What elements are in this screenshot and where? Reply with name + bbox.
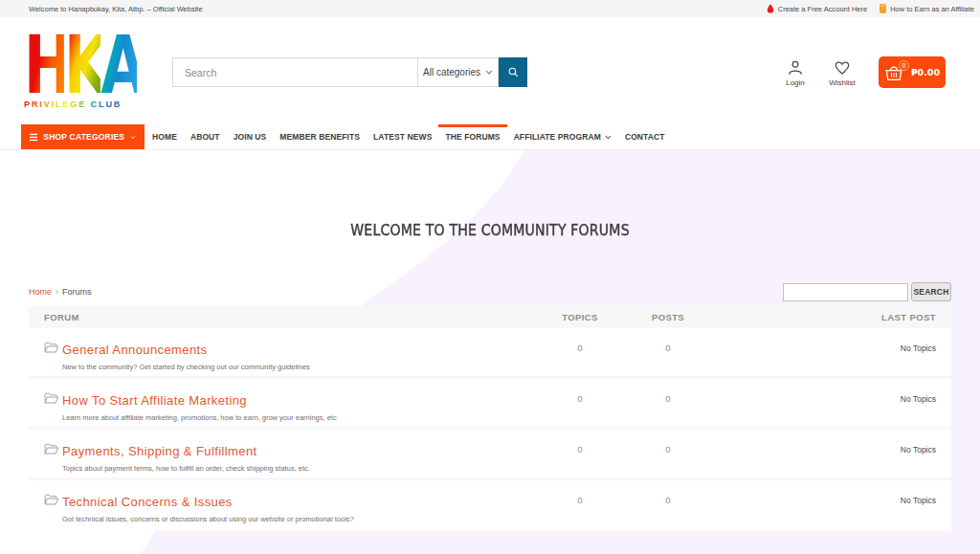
- forum-search: SEARCH: [783, 282, 951, 301]
- forum-title-link[interactable]: Payments, Shipping & Fulfillment: [62, 445, 257, 458]
- nav-item-member-benefits[interactable]: MEMBER BENEFITS: [273, 124, 367, 149]
- forum-search-button[interactable]: SEARCH: [911, 282, 951, 301]
- forum-row: Technical Concerns & Issues Got technica…: [29, 480, 951, 531]
- forum-last-post: No Topics: [713, 379, 951, 427]
- logo-letters: HKA: [24, 33, 137, 98]
- forum-row: How To Start Affiliate Marketing Learn m…: [29, 379, 951, 430]
- nav-item-home[interactable]: HOME: [145, 124, 184, 149]
- folder-icon: [44, 392, 58, 405]
- shop-categories-button[interactable]: SHOP CATEGORIES: [21, 124, 145, 149]
- forum-description: Learn more about affiliate marketing, pr…: [62, 413, 337, 422]
- user-icon: [786, 58, 805, 78]
- main-nav: SHOP CATEGORIES HOME ABOUT JOIN US MEMBE…: [0, 124, 980, 150]
- header-forum: FORUM: [29, 312, 537, 322]
- forum-row: Payments, Shipping & Fulfillment Topics …: [29, 430, 951, 480]
- topbar-link-earn-affiliate[interactable]: How to Earn as an Affiliate: [880, 4, 974, 13]
- folder-icon: [44, 342, 58, 354]
- forum-posts-count: 0: [623, 430, 713, 477]
- product-search-bar: All categories: [172, 57, 527, 87]
- search-icon: [507, 66, 520, 78]
- main-menu: HOME ABOUT JOIN US MEMBER BENEFITS LATES…: [145, 124, 672, 149]
- category-select[interactable]: All categories: [417, 57, 499, 87]
- forum-table: FORUM TOPICS POSTS LAST POST General Ann…: [29, 306, 951, 531]
- nav-item-join-us[interactable]: JOIN US: [227, 124, 274, 149]
- folder-icon: [44, 443, 58, 455]
- site-logo[interactable]: HKA PRIVILEGE CLUB: [24, 33, 181, 109]
- page-title: WELCOME TO THE COMMUNITY FORUMS: [58, 221, 921, 239]
- cart-button[interactable]: 0 ₱0.00: [879, 56, 946, 88]
- menu-icon: [30, 133, 37, 142]
- shop-categories-label: SHOP CATEGORIES: [43, 132, 124, 142]
- cart-count-badge: 0: [899, 60, 909, 71]
- forum-topics-count: 0: [537, 480, 623, 531]
- login-label: Login: [786, 78, 805, 87]
- forum-last-post: No Topics: [713, 328, 951, 376]
- forum-description: Got technical issues, concerns or discus…: [62, 515, 354, 523]
- forum-search-input[interactable]: [783, 283, 908, 301]
- forum-last-post: No Topics: [713, 430, 951, 477]
- product-search-input[interactable]: [172, 57, 417, 87]
- chevron-down-icon: [485, 70, 493, 75]
- chevron-down-icon: [130, 135, 136, 140]
- heart-icon: [833, 58, 852, 78]
- nav-item-the-forums[interactable]: THE FORUMS: [438, 124, 506, 149]
- cart-total: ₱0.00: [911, 67, 940, 78]
- forum-row: General Announcements New to the communi…: [29, 328, 951, 379]
- nav-item-affiliate-program[interactable]: AFFILIATE PROGRAM: [507, 124, 618, 149]
- nav-item-affiliate-program-label: AFFILIATE PROGRAM: [514, 132, 601, 142]
- forum-topics-count: 0: [537, 328, 623, 376]
- main-content: WELCOME TO THE COMMUNITY FORUMS Home › F…: [0, 150, 980, 554]
- breadcrumb-current: Forums: [62, 287, 92, 297]
- forum-topics-count: 0: [537, 430, 623, 477]
- product-search-button[interactable]: [499, 57, 527, 87]
- forum-last-post: No Topics: [713, 480, 951, 531]
- breadcrumb-home-link[interactable]: Home: [29, 287, 52, 297]
- header-last-post: LAST POST: [713, 312, 951, 322]
- forum-topics-count: 0: [537, 379, 623, 427]
- forum-description: Topics about payment terms, how to fulfi…: [62, 464, 310, 473]
- forum-posts-count: 0: [623, 480, 713, 531]
- topbar-link-create-account[interactable]: Create a Free Account Here: [767, 4, 867, 13]
- wishlist-label: Wishlist: [829, 78, 856, 87]
- forum-posts-count: 0: [623, 379, 713, 427]
- nav-item-latest-news[interactable]: LATEST NEWS: [367, 124, 438, 149]
- forum-title-link[interactable]: How To Start Affiliate Marketing: [62, 394, 247, 408]
- topbar-welcome: Welcome to Hanapbukay, Kita, Atbp. – Off…: [29, 5, 203, 13]
- chevron-down-icon: [605, 135, 612, 140]
- forum-description: New to the community? Get started by che…: [62, 363, 310, 371]
- folder-icon: [44, 494, 58, 506]
- forum-posts-count: 0: [623, 328, 713, 376]
- login-button[interactable]: Login: [774, 58, 816, 87]
- breadcrumb: Home › Forums: [29, 287, 92, 297]
- flame-icon: [767, 4, 774, 13]
- forum-title-link[interactable]: General Announcements: [62, 343, 208, 357]
- breadcrumb-separator: ›: [56, 287, 58, 297]
- category-select-label: All categories: [423, 67, 480, 78]
- topbar: Welcome to Hanapbukay, Kita, Atbp. – Off…: [0, 0, 980, 17]
- header: HKA PRIVILEGE CLUB All categories Login …: [0, 17, 980, 124]
- header-topics: TOPICS: [537, 312, 623, 322]
- nav-item-about[interactable]: ABOUT: [184, 124, 227, 149]
- wishlist-button[interactable]: Wishlist: [821, 58, 863, 87]
- forum-title-link[interactable]: Technical Concerns & Issues: [62, 496, 233, 509]
- book-icon: [880, 4, 886, 13]
- forum-table-header: FORUM TOPICS POSTS LAST POST: [29, 306, 951, 328]
- topbar-link-earn-affiliate-label: How to Earn as an Affiliate: [890, 5, 974, 13]
- nav-item-contact[interactable]: CONTACT: [618, 124, 672, 149]
- header-posts: POSTS: [623, 312, 713, 322]
- topbar-link-create-account-label: Create a Free Account Here: [778, 5, 867, 13]
